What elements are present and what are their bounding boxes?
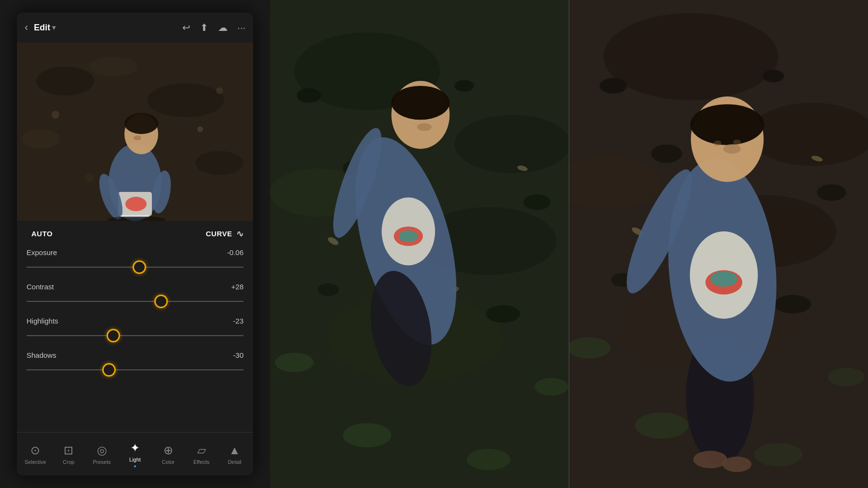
exposure-track [27,267,244,268]
svg-point-62 [754,443,802,466]
contrast-slider-row: Contrast +28 [27,283,244,308]
svg-point-30 [486,305,520,323]
light-icon: ✦ [130,441,140,455]
highlights-track-container[interactable] [27,329,244,342]
svg-point-6 [52,111,59,119]
svg-point-2 [147,83,224,117]
phone-frame: ‹ Edit ▾ ↩ ⬆ ☁ ··· [17,13,253,475]
more-icon[interactable]: ··· [237,22,245,33]
contrast-thumb[interactable] [154,295,168,308]
svg-point-41 [392,86,450,120]
mode-row: AUTO CURVE ∿ [17,221,253,246]
cloud-icon[interactable]: ☁ [218,22,228,33]
svg-point-5 [89,57,137,76]
shadows-slider-row: Shadows -30 [27,351,244,377]
contrast-track-container[interactable] [27,295,244,308]
svg-point-72 [710,271,737,286]
after-photo-svg [570,0,868,488]
svg-point-29 [318,284,339,296]
effects-label: Effects [193,459,209,465]
chevron-down-icon: ▾ [52,24,55,31]
nav-item-detail[interactable]: ▲ Detail [220,444,249,465]
exposure-track-container[interactable] [27,260,244,274]
contrast-track [27,301,244,302]
edit-label: Edit [34,23,50,33]
phone-panel: ‹ Edit ▾ ↩ ⬆ ☁ ··· [0,0,270,488]
sliders-area: Exposure -0.06 Contrast +28 [17,246,253,379]
svg-point-33 [343,423,392,447]
shadows-track-container[interactable] [27,363,244,377]
effects-icon: ▱ [197,444,206,457]
crop-label: Crop [63,459,74,465]
svg-point-58 [774,295,811,313]
exposure-label: Exposure [27,248,57,257]
selective-label: Selective [25,459,46,465]
back-button[interactable]: ‹ [25,21,28,34]
active-indicator [134,465,136,467]
svg-point-9 [216,87,223,94]
svg-point-74 [691,104,764,145]
color-icon: ⊕ [163,444,173,457]
svg-point-67 [693,451,727,468]
exposure-slider-row: Exposure -0.06 [27,248,244,274]
svg-point-3 [22,129,60,149]
svg-point-7 [197,126,203,132]
presets-icon: ◎ [97,444,107,457]
photo-before [270,0,569,488]
highlights-label: Highlights [27,317,58,325]
nav-item-effects[interactable]: ▱ Effects [187,444,216,465]
presets-label: Presets [93,459,110,465]
photo-svg [17,42,253,221]
shadows-label: Shadows [27,351,56,359]
selective-icon: ⊙ [30,444,40,457]
shadows-track [27,369,244,370]
svg-point-42 [417,123,432,131]
light-label: Light [129,457,141,462]
svg-point-68 [722,457,751,472]
auto-button[interactable]: AUTO [27,228,57,240]
nav-item-presets[interactable]: ◎ Presets [87,444,116,465]
svg-point-1 [36,67,94,95]
svg-point-56 [817,184,846,201]
shadows-thumb[interactable] [102,363,116,377]
svg-point-54 [651,145,682,163]
photo-after [570,0,868,488]
svg-point-21 [454,115,569,173]
undo-icon[interactable]: ↩ [182,22,190,33]
svg-point-4 [195,151,244,175]
curve-button[interactable]: CURVE ∿ [206,229,244,239]
bottom-nav: ⊙ Selective ⊡ Crop ◎ Presets ✦ Light ⊕ C… [17,432,253,475]
svg-point-60 [827,368,864,386]
header-title[interactable]: Edit ▾ [34,23,55,33]
exposure-thumb[interactable] [133,260,146,274]
curve-icon: ∿ [236,229,244,239]
right-panel [270,0,868,488]
nav-item-selective[interactable]: ⊙ Selective [21,444,50,465]
highlights-thumb[interactable] [107,329,120,342]
svg-point-27 [454,80,474,92]
svg-point-77 [733,140,741,145]
nav-item-crop[interactable]: ⊡ Crop [54,444,83,465]
share-icon[interactable]: ⬆ [200,22,208,33]
svg-point-34 [467,449,511,470]
before-photo-svg [270,0,569,488]
highlights-value: -23 [233,317,244,325]
photo-preview [17,42,253,221]
nav-item-color[interactable]: ⊕ Color [154,444,183,465]
svg-point-8 [84,173,94,182]
svg-point-48 [603,13,778,100]
contrast-label: Contrast [27,283,54,291]
svg-point-76 [714,141,721,146]
nav-item-light[interactable]: ✦ Light [121,441,149,467]
svg-point-53 [599,78,626,94]
color-label: Color [162,459,175,465]
highlights-track [27,335,244,336]
contrast-value: +28 [231,283,244,291]
svg-point-75 [723,144,741,154]
svg-point-28 [523,194,550,210]
photo-slider-line[interactable] [121,215,149,217]
svg-point-13 [134,136,141,140]
crop-icon: ⊡ [64,444,73,457]
svg-point-15 [125,197,147,211]
svg-point-25 [297,88,321,103]
